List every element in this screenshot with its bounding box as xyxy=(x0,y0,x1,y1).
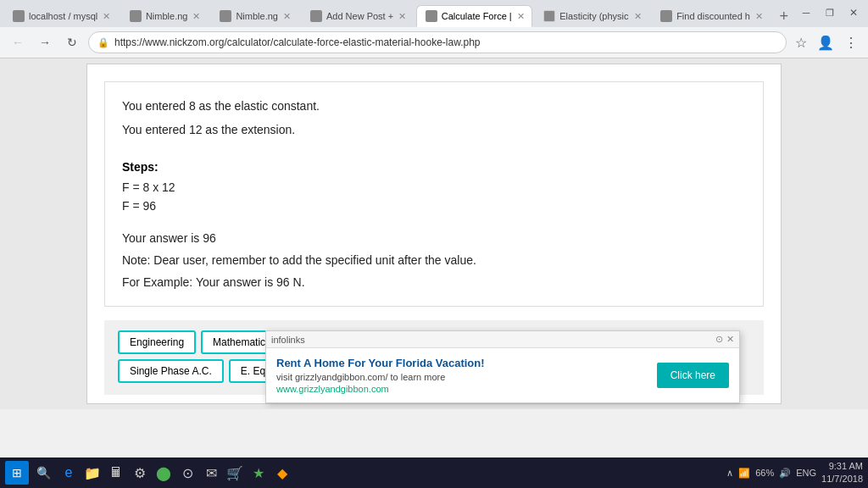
profile-icon[interactable]: 👤 xyxy=(814,33,837,53)
tab-close-nimble2[interactable]: ✕ xyxy=(283,11,291,22)
formula-line2: F = 96 xyxy=(122,199,746,213)
tab-label-nimble1: Nimble.ng xyxy=(146,11,188,21)
tab-favicon-addpost xyxy=(310,10,322,22)
tab-addpost[interactable]: Add New Post + ✕ xyxy=(301,5,415,27)
tab-label-mysql: localhost / mysql xyxy=(29,11,97,21)
cat-engineering[interactable]: Engineering xyxy=(118,330,196,354)
elastic-constant-line: You entered 8 as the elastic constant. xyxy=(122,99,746,113)
tab-favicon-elasticity xyxy=(543,10,555,22)
tab-discounted[interactable]: Find discounted h ✕ xyxy=(651,5,771,27)
tab-label-calcforce: Calculate Force | xyxy=(442,11,512,21)
note-line: Note: Dear user, remember to add the spe… xyxy=(122,253,746,267)
ad-title: Rent A Home For Your Florida Vacation! xyxy=(276,357,648,369)
tab-favicon-mysql xyxy=(13,10,25,22)
ad-body: Rent A Home For Your Florida Vacation! v… xyxy=(266,348,739,402)
tab-favicon-nimble1 xyxy=(130,10,142,22)
tab-elasticity[interactable]: Elasticity (physic ✕ xyxy=(534,5,649,27)
tab-label-addpost: Add New Post + xyxy=(326,11,393,21)
ad-settings-icon[interactable]: ⊙ xyxy=(715,334,723,345)
browser-chrome: localhost / mysql ✕ Nimble.ng ✕ Nimble.n… xyxy=(0,0,868,58)
extension-line: You entered 12 as the extension. xyxy=(122,123,746,136)
category-section: Engineering Mathematics Switches Number … xyxy=(104,320,764,395)
example-line: For Example: Your answer is 96 N. xyxy=(122,275,746,289)
bookmark-icon[interactable]: ☆ xyxy=(792,33,810,53)
reload-button[interactable]: ↻ xyxy=(61,31,83,53)
ad-close-icon[interactable]: ✕ xyxy=(726,334,734,345)
tab-label-elasticity: Elasticity (physic xyxy=(559,11,628,21)
ad-click-button[interactable]: Click here xyxy=(657,363,729,388)
ad-url: www.grizzlyandgibbon.com xyxy=(276,384,648,394)
tab-calcforce[interactable]: Calculate Force | ✕ xyxy=(416,5,533,27)
ad-controls: ⊙ ✕ xyxy=(715,334,734,345)
restore-button[interactable]: ❐ xyxy=(819,2,841,24)
menu-icon[interactable]: ⋮ xyxy=(841,33,861,53)
tab-label-discounted: Find discounted h xyxy=(676,11,750,21)
tab-close-discounted[interactable]: ✕ xyxy=(755,11,763,22)
ad-text-block: Rent A Home For Your Florida Vacation! v… xyxy=(276,357,648,394)
cat-single-phase[interactable]: Single Phase A.C. xyxy=(118,359,224,383)
tab-close-mysql[interactable]: ✕ xyxy=(103,11,110,22)
tab-nimble2[interactable]: Nimble.ng ✕ xyxy=(210,5,299,27)
tab-close-nimble1[interactable]: ✕ xyxy=(192,11,200,22)
tab-close-calcforce[interactable]: ✕ xyxy=(517,11,525,22)
tab-close-addpost[interactable]: ✕ xyxy=(398,11,406,22)
ad-popup: infolinks ⊙ ✕ Rent A Home For Your Flori… xyxy=(265,330,740,403)
tab-favicon-nimble2 xyxy=(220,10,231,22)
formula-line1: F = 8 x 12 xyxy=(122,180,746,194)
tab-label-nimble2: Nimble.ng xyxy=(236,11,278,21)
ad-header: infolinks ⊙ ✕ xyxy=(266,331,739,348)
nav-bar: ← → ↻ 🔒 https://www.nickzom.org/calculat… xyxy=(0,27,868,58)
page-content: You entered 8 as the elastic constant. Y… xyxy=(87,64,781,403)
back-button[interactable]: ← xyxy=(7,31,29,53)
close-window-button[interactable]: ✕ xyxy=(843,2,865,24)
new-tab-button[interactable]: + xyxy=(773,5,796,27)
tab-favicon-discounted xyxy=(660,10,672,22)
ad-provider-label: infolinks xyxy=(271,335,305,345)
tab-favicon-calcforce xyxy=(426,10,437,22)
tab-nimble1[interactable]: Nimble.ng ✕ xyxy=(120,5,209,27)
url-text: https://www.nickzom.org/calculator/calcu… xyxy=(114,36,481,48)
tab-mysql[interactable]: localhost / mysql ✕ xyxy=(3,5,119,27)
tab-close-elasticity[interactable]: ✕ xyxy=(634,11,642,22)
minimize-button[interactable]: ─ xyxy=(795,2,817,24)
result-section: You entered 8 as the elastic constant. Y… xyxy=(104,81,764,307)
forward-button[interactable]: → xyxy=(34,31,56,53)
answer-line: Your answer is 96 xyxy=(122,231,746,245)
steps-label: Steps: xyxy=(122,160,746,174)
address-bar[interactable]: 🔒 https://www.nickzom.org/calculator/cal… xyxy=(88,31,787,53)
ad-desc: visit grizzlyandgibbon.com/ to learn mor… xyxy=(276,372,648,382)
main-wrapper: You entered 8 as the elastic constant. Y… xyxy=(0,58,868,409)
lock-icon: 🔒 xyxy=(97,37,109,48)
tab-bar: localhost / mysql ✕ Nimble.ng ✕ Nimble.n… xyxy=(0,0,868,27)
nav-right: ☆ 👤 ⋮ xyxy=(792,33,861,53)
